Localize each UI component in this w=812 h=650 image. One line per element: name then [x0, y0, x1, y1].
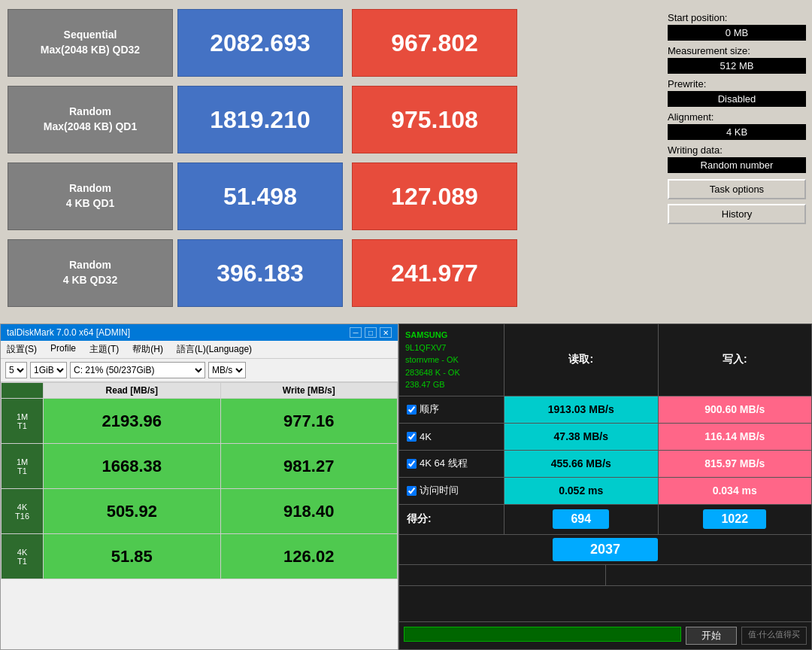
asssd-row-label-1: 4K — [399, 424, 504, 450]
bench-read-1: 1819.210 — [177, 86, 343, 153]
measurement-size-label: Measurement size: — [668, 45, 806, 56]
asssd-row-label-2: 4K 64 线程 — [399, 451, 504, 477]
bench-label-2: Random4 KB QD1 — [8, 162, 173, 230]
empty-cell-1 — [399, 565, 606, 585]
close-button[interactable]: ✕ — [380, 327, 392, 338]
asssd-bottom-bar: 开始 值·什么值得买 — [399, 621, 811, 649]
empty-cell-2 — [606, 565, 812, 585]
device-cap-k: 283648 K - OK — [405, 366, 498, 379]
bench-write-2: 127.089 — [352, 162, 517, 230]
device-nvme: stornvme - OK — [405, 354, 498, 366]
score-read: 694 — [553, 509, 609, 529]
asssd-checkbox-0[interactable] — [407, 405, 417, 415]
bench-write-0: 967.802 — [352, 9, 517, 77]
asssd-row-0: 顺序 1913.03 MB/s 900.60 MB/s — [399, 396, 811, 424]
unit-select[interactable]: MB/s — [208, 362, 246, 378]
bench-row-0: 1MT12193.96977.16 — [2, 399, 398, 444]
bench-label-1: RandomMax(2048 KB) QD1 — [8, 86, 173, 153]
task-options-button[interactable]: Task options — [668, 179, 806, 199]
asssd-header: SAMSUNG 9L1QFXV7 stornvme - OK 283648 K … — [399, 324, 811, 396]
minimize-button[interactable]: ─ — [350, 327, 362, 338]
bench-label-0: SequentialMax(2048 KB) QD32 — [8, 9, 173, 77]
asssd-row-label-3: 访问时间 — [399, 478, 504, 504]
write-header: 写入: — [659, 324, 812, 396]
history-button[interactable]: History — [668, 204, 806, 224]
right-settings-panel: Start position: 0 MB Measurement size: 5… — [662, 0, 812, 323]
menu-item-3[interactable]: 帮助(H) — [129, 342, 166, 357]
col-header-2: Write [MB/s] — [220, 383, 397, 399]
bench-row-write-2: 918.40 — [220, 489, 397, 534]
menu-item-0[interactable]: 設置(S) — [4, 342, 40, 357]
asssd-read-0: 1913.03 MB/s — [504, 396, 659, 423]
menu-item-1[interactable]: Profile — [47, 342, 79, 357]
watermark: 值·什么值得买 — [741, 627, 807, 645]
titlebar-controls: ─ □ ✕ — [350, 327, 392, 338]
count-select[interactable]: 5 — [5, 362, 27, 378]
asssd-write-0: 900.60 MB/s — [659, 396, 812, 423]
writing-data-label: Writing data: — [668, 144, 806, 156]
bench-row-label-3: 4KT1 — [2, 534, 44, 579]
maximize-button[interactable]: □ — [365, 327, 377, 338]
bench-table: Read [MB/s]Write [MB/s]1MT12193.96977.16… — [1, 382, 398, 579]
bench-read-2: 51.498 — [177, 162, 343, 230]
bench-write-1: 975.108 — [352, 86, 517, 153]
score-read-cell: 694 — [504, 505, 659, 534]
asssd-row-1: 4K 47.38 MB/s 116.14 MB/s — [399, 424, 811, 451]
asssd-checkbox-1[interactable] — [407, 432, 417, 442]
asssd-read-2: 455.66 MB/s — [504, 451, 659, 477]
empty-row — [399, 565, 811, 586]
bench-row-write-3: 126.02 — [220, 534, 397, 579]
menu-item-2[interactable]: 主題(T) — [86, 342, 122, 357]
menu-item-4[interactable]: 語言(L)(Language) — [174, 342, 255, 357]
asssd-label-text-0: 顺序 — [420, 402, 439, 416]
drive-select[interactable]: C: 21% (50/237GiB) — [70, 362, 205, 378]
asssd-row-2: 4K 64 线程 455.66 MB/s 815.97 MB/s — [399, 451, 811, 478]
alignment-value: 4 KB — [668, 124, 806, 140]
bench-write-3: 241.977 — [352, 239, 517, 307]
col-header-1: Read [MB/s] — [44, 383, 220, 399]
device-cap-gb: 238.47 GB — [405, 378, 498, 391]
score-write: 1022 — [703, 509, 766, 529]
bench-label-3: Random4 KB QD32 — [8, 239, 173, 307]
score-row: 得分: 694 1022 — [399, 505, 811, 535]
benchmark-row-2: Random4 KB QD1 51.498 127.089 — [8, 161, 654, 232]
measurement-size-value: 512 MB — [668, 58, 806, 74]
bench-row-3: 4KT151.85126.02 — [2, 534, 398, 579]
bench-row-write-0: 977.16 — [220, 399, 397, 444]
bench-row-label-0: 1MT1 — [2, 399, 44, 444]
asssd-row-label-0: 顺序 — [399, 396, 504, 423]
score-label: 得分: — [399, 505, 504, 534]
asssd-label-text-2: 4K 64 线程 — [420, 457, 468, 470]
bench-row-read-2: 505.92 — [44, 489, 220, 534]
prewrite-value: Disabled — [668, 91, 806, 107]
asssd-row-3: 访问时间 0.052 ms 0.034 ms — [399, 478, 811, 505]
asssd-write-1: 116.14 MB/s — [659, 424, 812, 450]
asssd-read-1: 47.38 MB/s — [504, 424, 659, 450]
alignment-label: Alignment: — [668, 111, 806, 123]
asssd-read-3: 0.052 ms — [504, 478, 659, 504]
device-info: SAMSUNG 9L1QFXV7 stornvme - OK 283648 K … — [399, 324, 504, 396]
score-write-cell: 1022 — [659, 505, 812, 534]
start-button[interactable]: 开始 — [686, 627, 737, 645]
bench-row-2: 4KT16505.92918.40 — [2, 489, 398, 534]
bench-row-write-1: 981.27 — [220, 444, 397, 489]
writing-data-value: Random number — [668, 157, 806, 173]
crystaldiskmark-window: talDiskMark 7.0.0 x64 [ADMIN] ─ □ ✕ 設置(S… — [0, 323, 398, 650]
window-title: talDiskMark 7.0.0 x64 [ADMIN] — [7, 327, 130, 338]
bench-row-label-1: 1MT1 — [2, 444, 44, 489]
total-score-row: 2037 — [399, 535, 811, 565]
start-position-value: 0 MB — [668, 25, 806, 41]
top-benchmark-section: SequentialMax(2048 KB) QD32 2082.693 967… — [0, 0, 662, 323]
size-select[interactable]: 1GiB — [30, 362, 67, 378]
window-titlebar: talDiskMark 7.0.0 x64 [ADMIN] ─ □ ✕ — [1, 324, 398, 341]
benchmark-row-3: Random4 KB QD32 396.183 241.977 — [8, 238, 654, 308]
col-header-0 — [2, 383, 44, 399]
asssd-checkbox-2[interactable] — [407, 459, 417, 469]
device-model: SAMSUNG — [405, 329, 498, 342]
bench-row-1: 1MT11668.38981.27 — [2, 444, 398, 489]
bench-read-3: 396.183 — [177, 239, 343, 307]
benchmark-row-1: RandomMax(2048 KB) QD1 1819.210 975.108 — [8, 84, 654, 155]
asssd-checkbox-3[interactable] — [407, 486, 417, 496]
bench-row-read-0: 2193.96 — [44, 399, 220, 444]
score-total: 2037 — [553, 538, 658, 561]
